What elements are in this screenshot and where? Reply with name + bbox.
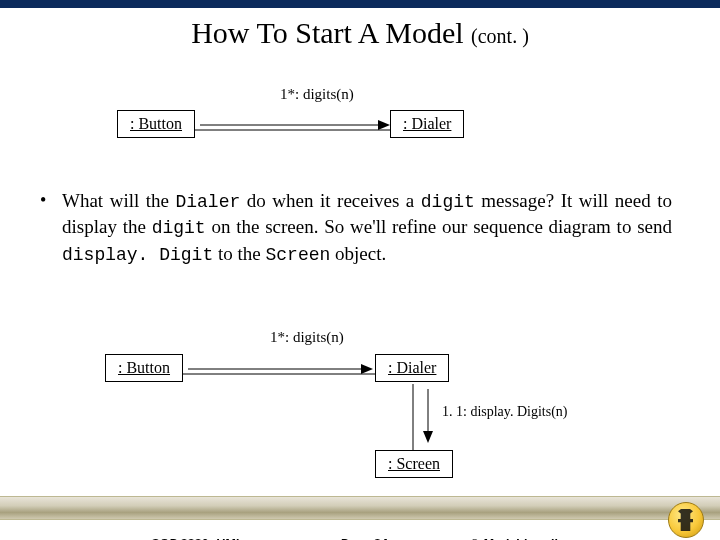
code-digit-2: digit — [152, 218, 206, 238]
code-dialer: Dialer — [175, 192, 240, 212]
code-display-digit: display. Digit — [62, 245, 213, 265]
body-text: object. — [330, 243, 386, 264]
message-label-2b: 1. 1: display. Digits(n) — [442, 404, 567, 420]
body-text: to the — [213, 243, 265, 264]
uml-object-screen: : Screen — [375, 450, 453, 478]
body-text: on the screen. So we'll refine our seque… — [206, 216, 672, 237]
message-label-1: 1*: digits(n) — [280, 86, 354, 103]
title-wrap: How To Start A Model (cont. ) — [0, 16, 720, 50]
bullet-icon: • — [40, 190, 46, 211]
body-text: What will the — [62, 190, 175, 211]
uml-object-button: : Button — [117, 110, 195, 138]
diagram-2: : Button : Dialer : Screen 1*: digits(n)… — [0, 332, 720, 492]
slide-title: How To Start A Model — [191, 16, 471, 49]
uml-object-button-2: : Button — [105, 354, 183, 382]
uml-object-dialer-2: : Dialer — [375, 354, 449, 382]
uml-object-dialer: : Dialer — [390, 110, 464, 138]
ucf-logo-icon — [668, 502, 704, 538]
slide-title-cont: (cont. ) — [471, 25, 529, 47]
footer-bar — [0, 496, 720, 520]
body-text: do when it receives a — [240, 190, 421, 211]
svg-marker-8 — [423, 431, 433, 443]
assoc-line-2 — [183, 362, 383, 382]
slide: How To Start A Model (cont. ) : Button :… — [0, 0, 720, 540]
diagram-1: : Button : Dialer 1*: digits(n) — [0, 88, 720, 158]
arrow-solid-down — [420, 387, 440, 447]
assoc-line — [195, 118, 395, 138]
code-screen: Screen — [265, 245, 330, 265]
body-paragraph: What will the Dialer do when it receives… — [62, 188, 672, 267]
code-digit: digit — [421, 192, 475, 212]
message-label-2a: 1*: digits(n) — [270, 329, 344, 346]
top-accent-bar — [0, 0, 720, 8]
